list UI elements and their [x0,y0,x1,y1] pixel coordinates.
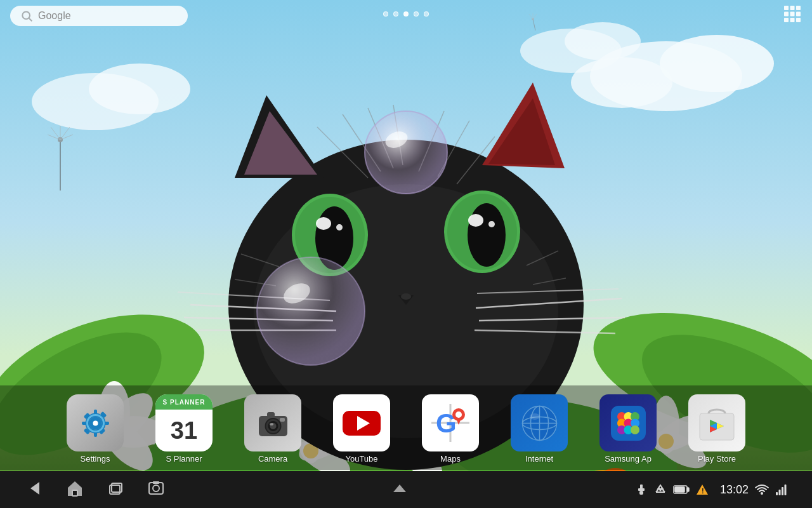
wifi-icon [755,483,769,496]
svg-point-137 [530,413,540,420]
all-apps-button[interactable] [783,4,802,27]
svg-rect-175 [782,487,783,495]
svg-point-68 [468,214,483,227]
svg-line-89 [29,18,32,22]
recycle-icon [654,483,667,496]
svg-rect-156 [72,490,77,496]
page-dot-3[interactable] [403,11,409,17]
youtube-label: YouTube [345,454,377,464]
nav-right: ! 13:02 [635,483,787,497]
nav-left [25,479,165,500]
search-icon [20,10,33,22]
app-settings[interactable]: Settings [51,392,140,466]
screenshot-button[interactable] [147,479,165,500]
splanner-day: 31 [171,417,197,444]
top-bar: Google [0,0,812,32]
svg-rect-164 [638,488,645,491]
svg-point-67 [468,203,506,267]
svg-point-88 [22,11,30,19]
svg-point-147 [631,425,639,434]
page-dot-1[interactable] [383,11,388,17]
svg-rect-165 [639,491,643,495]
splanner-icon: S PLANNER 31 [155,394,213,451]
app-splanner[interactable]: S PLANNER 31 S Planner [140,392,228,466]
maps-label: Maps [440,454,461,464]
search-text: Google [38,10,71,22]
svg-rect-93 [784,12,789,17]
page-dot-4[interactable] [414,11,419,17]
home-button[interactable] [66,479,84,500]
page-dot-2[interactable] [393,11,398,17]
internet-icon [511,394,568,451]
back-button[interactable] [25,479,43,500]
svg-rect-92 [796,6,801,10]
svg-rect-159 [149,483,163,494]
svg-rect-120 [280,418,285,422]
app-internet[interactable]: Internet [495,392,584,466]
svg-point-64 [336,224,343,231]
usb-icon [635,483,648,496]
svg-rect-95 [796,12,801,17]
svg-point-172 [761,492,763,495]
svg-rect-174 [778,490,780,495]
recents-button[interactable] [107,479,124,500]
nav-bar: ! 13:02 [0,471,812,508]
up-arrow-button[interactable] [391,479,409,500]
svg-point-69 [488,221,495,227]
settings-icon [67,394,124,451]
app-youtube[interactable]: YouTube [317,392,406,466]
app-playstore[interactable]: Play Store [672,392,761,466]
svg-point-71 [401,293,411,300]
svg-point-5 [89,64,190,114]
internet-label: Internet [525,454,553,464]
svg-marker-154 [30,482,39,495]
svg-rect-96 [784,18,789,22]
svg-rect-98 [796,18,801,22]
svg-rect-94 [790,12,795,17]
page-dots [383,11,429,17]
svg-rect-161 [153,481,159,484]
signal-icon [775,483,787,496]
samsung-icon [599,394,657,451]
playstore-label: Play Store [698,454,736,464]
app-camera[interactable]: Camera [228,392,317,466]
svg-point-72 [365,111,447,194]
app-samsung[interactable]: Samsung Ap [584,392,672,466]
svg-text:!: ! [702,487,704,495]
playstore-icon [688,394,745,451]
svg-point-2 [660,35,774,92]
svg-rect-91 [790,6,795,10]
svg-rect-97 [790,18,795,22]
svg-rect-173 [776,492,778,495]
svg-rect-168 [687,488,689,491]
battery-icon [673,483,690,496]
samsung-label: Samsung Ap [605,454,652,464]
splanner-label: S Planner [166,454,202,464]
time-display: 13:02 [720,483,749,497]
svg-point-74 [257,257,365,365]
app-maps[interactable]: G Maps [406,392,495,466]
svg-point-63 [316,217,331,230]
svg-marker-162 [393,485,406,492]
svg-point-160 [153,485,159,491]
camera-label: Camera [258,454,287,464]
page-dot-5[interactable] [424,11,429,17]
dock: Settings S PLANNER 31 S Planner [0,385,812,470]
svg-rect-121 [267,412,275,417]
warning-icon: ! [696,483,709,496]
svg-rect-176 [784,485,786,495]
svg-point-129 [455,411,462,418]
settings-label: Settings [81,454,110,464]
svg-rect-90 [784,6,789,10]
camera-icon [244,394,301,451]
nav-center [391,479,409,500]
search-bar[interactable]: Google [10,6,188,26]
svg-point-113 [93,420,98,425]
maps-icon: G [422,394,479,451]
svg-rect-169 [675,487,684,492]
youtube-icon [333,394,390,451]
svg-point-119 [270,423,273,425]
